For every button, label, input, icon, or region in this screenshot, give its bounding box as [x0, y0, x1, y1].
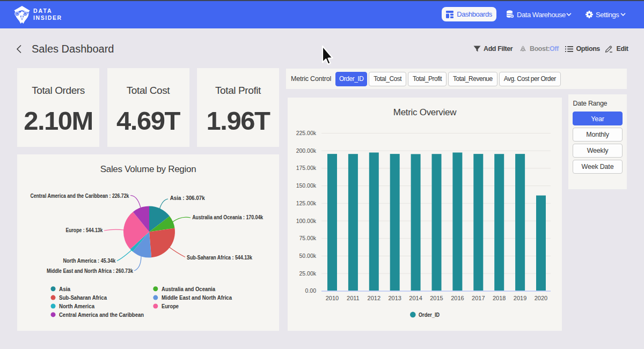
- svg-text:75.00k: 75.00k: [299, 235, 316, 241]
- svg-text:Middle East and North Africa :: Middle East and North Africa : 260.73k: [47, 268, 134, 274]
- svg-text:25.00k: 25.00k: [299, 270, 316, 277]
- svg-text:150.00k: 150.00k: [296, 182, 317, 189]
- svg-text:North America: North America: [59, 303, 95, 309]
- svg-text:Central America and the Caribb: Central America and the Caribbean : 226.…: [30, 192, 129, 199]
- svg-text:2014: 2014: [409, 295, 422, 301]
- svg-text:50.00k: 50.00k: [299, 253, 316, 259]
- svg-text:225.00k: 225.00k: [296, 130, 317, 136]
- svg-text:Central America and the Caribb: Central America and the Caribbean: [59, 311, 144, 318]
- svg-text:175.00k: 175.00k: [296, 165, 317, 171]
- svg-text:Sales Volume by Region: Sales Volume by Region: [100, 164, 196, 174]
- svg-text:Australia and Oceania : 170.04: Australia and Oceania : 170.04k: [192, 214, 264, 220]
- svg-text:Asia : 306.07k: Asia : 306.07k: [170, 195, 206, 201]
- svg-text:200.00k: 200.00k: [296, 147, 317, 154]
- svg-text:2018: 2018: [493, 295, 506, 301]
- svg-text:100.00k: 100.00k: [296, 218, 317, 224]
- svg-text:Australia and Oceania: Australia and Oceania: [162, 286, 216, 292]
- svg-text:0.00: 0.00: [305, 287, 317, 294]
- svg-text:2020: 2020: [535, 295, 547, 301]
- svg-text:2012: 2012: [368, 295, 380, 301]
- svg-text:Sub-Saharan Africa: Sub-Saharan Africa: [59, 294, 107, 301]
- svg-text:125.00k: 125.00k: [296, 200, 317, 206]
- svg-text:2011: 2011: [347, 295, 360, 301]
- svg-text:Europe: Europe: [162, 303, 179, 309]
- svg-text:Metric Overview: Metric Overview: [393, 107, 457, 117]
- svg-text:Asia: Asia: [59, 286, 71, 292]
- svg-text:2015: 2015: [430, 295, 443, 301]
- svg-text:2010: 2010: [326, 295, 339, 301]
- svg-text:2016: 2016: [451, 295, 464, 301]
- svg-text:2013: 2013: [388, 295, 401, 301]
- svg-text:2019: 2019: [514, 295, 526, 301]
- svg-text:2017: 2017: [472, 295, 485, 301]
- svg-text:Sub-Saharan Africa : 544.13k: Sub-Saharan Africa : 544.13k: [187, 254, 253, 261]
- svg-text:Middle East and North Africa: Middle East and North Africa: [162, 294, 232, 301]
- svg-text:Order_ID: Order_ID: [419, 311, 440, 318]
- svg-text:Europe : 544.13k: Europe : 544.13k: [65, 227, 103, 233]
- svg-text:North America : 45.34k: North America : 45.34k: [63, 257, 116, 264]
